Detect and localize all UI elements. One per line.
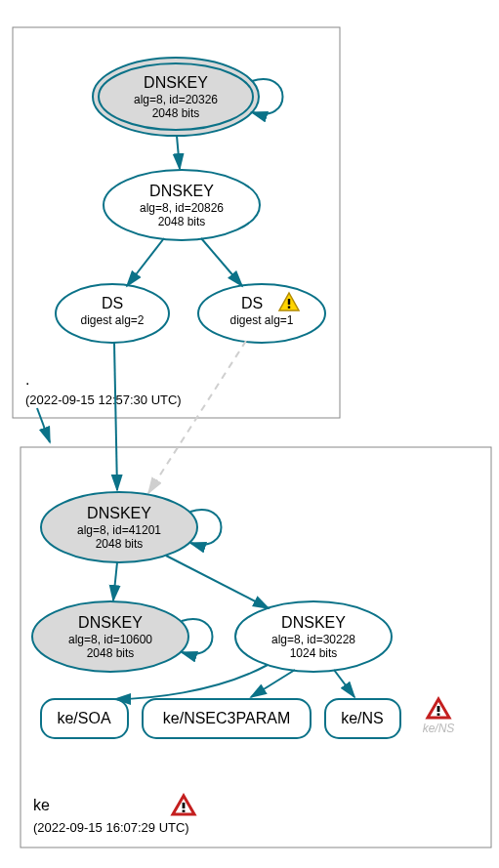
- svg-text:digest alg=1: digest alg=1: [229, 313, 293, 327]
- svg-text:ke/SOA: ke/SOA: [57, 710, 110, 726]
- edge-zone-delegation: [37, 408, 50, 442]
- svg-text:alg=8, id=30228: alg=8, id=30228: [271, 633, 355, 646]
- svg-text:ke/NS: ke/NS: [423, 722, 455, 735]
- edge-ds1-to-ksk-ke: [148, 341, 246, 493]
- svg-text:DNSKEY: DNSKEY: [144, 74, 208, 91]
- svg-text:digest alg=2: digest alg=2: [80, 313, 144, 327]
- svg-text:2048 bits: 2048 bits: [152, 106, 200, 120]
- svg-text:1024 bits: 1024 bits: [290, 646, 338, 660]
- error-icon: [173, 796, 194, 814]
- edge-30228-to-nsec3: [251, 670, 295, 697]
- svg-text:alg=8, id=41201: alg=8, id=41201: [77, 523, 161, 537]
- svg-text:alg=8, id=20826: alg=8, id=20826: [140, 201, 224, 215]
- zone-root-timestamp: (2022-09-15 12:57:30 UTC): [25, 393, 182, 407]
- svg-text:DS: DS: [241, 295, 263, 311]
- svg-text:alg=8, id=20326: alg=8, id=20326: [134, 93, 218, 106]
- dnskey-root-zsk: DNSKEY alg=8, id=20826 2048 bits: [104, 170, 260, 240]
- edge-ksk-ke-to-10600: [113, 562, 117, 600]
- edge-zsk-root-to-ds2: [127, 238, 164, 286]
- edge-30228-to-ns: [334, 670, 354, 697]
- svg-text:ke/NS: ke/NS: [341, 710, 384, 726]
- svg-text:DNSKEY: DNSKEY: [149, 183, 214, 199]
- ds-alg1: DS digest alg=1: [198, 284, 325, 343]
- dnskey-ke-10600: DNSKEY alg=8, id=10600 2048 bits: [32, 601, 188, 672]
- edge-ds2-to-ksk-ke: [114, 343, 117, 490]
- svg-text:DNSKEY: DNSKEY: [87, 505, 151, 521]
- zone-child-label: ke: [33, 797, 50, 813]
- svg-text:DS: DS: [102, 295, 123, 311]
- svg-text:DNSKEY: DNSKEY: [78, 614, 143, 631]
- error-icon: [428, 699, 449, 718]
- svg-text:alg=8, id=10600: alg=8, id=10600: [68, 633, 152, 646]
- edge-zsk-root-to-ds1: [201, 238, 242, 286]
- rrset-ke-soa: ke/SOA: [41, 699, 128, 738]
- dnskey-ke-ksk: DNSKEY alg=8, id=41201 2048 bits: [41, 492, 197, 562]
- rrset-ke-ns-error: ke/NS: [423, 699, 455, 735]
- ds-alg2: DS digest alg=2: [56, 284, 169, 343]
- edge-ksk-ke-to-30228: [166, 556, 269, 608]
- rrset-ke-nsec3param: ke/NSEC3PARAM: [143, 699, 311, 738]
- dnskey-ke-30228: DNSKEY alg=8, id=30228 1024 bits: [235, 601, 392, 672]
- svg-text:ke/NSEC3PARAM: ke/NSEC3PARAM: [163, 710, 290, 726]
- svg-text:2048 bits: 2048 bits: [158, 215, 206, 228]
- svg-text:2048 bits: 2048 bits: [96, 537, 144, 551]
- svg-text:DNSKEY: DNSKEY: [281, 614, 346, 631]
- zone-root-label: .: [25, 371, 29, 388]
- edge-ksk-to-zsk-root: [177, 136, 180, 169]
- svg-text:2048 bits: 2048 bits: [87, 646, 135, 660]
- rrset-ke-ns: ke/NS: [325, 699, 400, 738]
- zone-child-timestamp: (2022-09-15 16:07:29 UTC): [33, 820, 189, 835]
- dnskey-root-ksk: DNSKEY alg=8, id=20326 2048 bits: [93, 58, 259, 136]
